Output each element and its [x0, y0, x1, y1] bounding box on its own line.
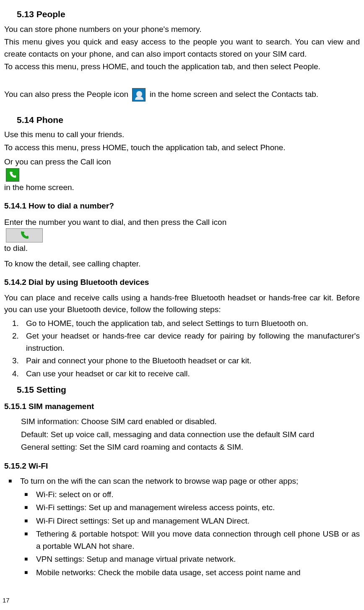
text-fragment: to dial.	[4, 244, 28, 253]
text-fragment: You can also press the People icon	[4, 90, 130, 99]
list-item: Pair and connect your phone to the Bluet…	[21, 355, 360, 367]
ordered-list-bluetooth: Go to HOME, touch the application tab, a…	[4, 318, 360, 380]
text-fragment: in the home screen.	[4, 183, 74, 192]
body-text-with-icon: You can also press the People icon in th…	[4, 88, 360, 102]
body-text: You can place and receive calls using a …	[4, 292, 360, 316]
people-icon	[132, 88, 146, 102]
list-item: Go to HOME, touch the application tab, a…	[21, 318, 360, 330]
list-item: Wi-Fi settings: Set up and management wi…	[20, 502, 360, 514]
body-text-with-icon: Or you can press the Call icon in the ho…	[4, 156, 360, 193]
list-item: To turn on the wifi the can scan the net…	[4, 475, 360, 579]
list-item: Mobile networks: Check the mobile data u…	[20, 567, 360, 579]
list-item: Can use your headset or car kit to recei…	[21, 368, 360, 380]
heading-sim: 5.15.1 SIM management	[4, 401, 360, 413]
text-fragment: To turn on the wifi the can scan the net…	[20, 477, 298, 485]
call-button-icon	[6, 228, 43, 242]
body-text: To know the detail, see calling chapter.	[4, 258, 360, 270]
heading-dial-number: 5.14.1 How to dial a number?	[4, 200, 360, 212]
text-fragment: in the home screen and select the Contac…	[150, 90, 318, 99]
heading-bluetooth: 5.14.2 Dial by using Bluetooth devices	[4, 276, 360, 289]
wifi-inner-list: Wi-Fi: select on or off. Wi-Fi settings:…	[20, 489, 360, 579]
phone-icon	[6, 168, 19, 182]
list-item: Get your headset or hands-free car devic…	[21, 330, 360, 354]
sim-block: SIM information: Choose SIM card enabled…	[21, 416, 360, 454]
list-item: Tethering & portable hotspot: Will you m…	[20, 528, 360, 552]
body-text: This menu gives you quick and easy acces…	[4, 36, 360, 60]
list-item: VPN settings: Setup and manage virtual p…	[20, 553, 360, 566]
body-text: Default: Set up voice call, messaging an…	[21, 429, 360, 441]
heading-people: 5.13 People	[17, 8, 360, 21]
body-text: Use this menu to call your friends.	[4, 129, 360, 141]
body-text-with-icon: Enter the number you want to dial, and t…	[4, 216, 360, 255]
body-text: To access this menu, press HOME, and tou…	[4, 61, 360, 73]
list-item: Wi-Fi: select on or off.	[20, 489, 360, 501]
heading-wifi: 5.15.2 Wi-FI	[4, 460, 360, 472]
body-text: To access this menu, press HOME, touch t…	[4, 142, 360, 154]
heading-phone: 5.14 Phone	[17, 113, 360, 127]
text-fragment: Enter the number you want to dial, and t…	[4, 218, 226, 227]
wifi-outer-list: To turn on the wifi the can scan the net…	[4, 475, 360, 579]
body-text: SIM information: Choose SIM card enabled…	[21, 416, 360, 428]
text-fragment: Or you can press the Call icon	[4, 157, 111, 166]
body-text: You can store phone numbers on your phon…	[4, 23, 360, 36]
heading-setting: 5.15 Setting	[17, 383, 360, 396]
list-item: Wi-Fi Direct settings: Set up and manage…	[20, 515, 360, 527]
body-text: General setting: Set the SIM card roamin…	[21, 441, 360, 454]
